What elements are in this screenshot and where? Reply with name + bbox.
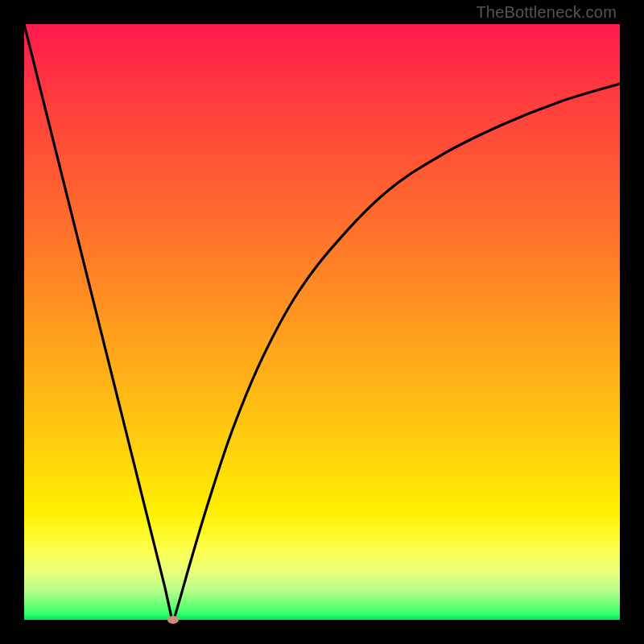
curve-svg bbox=[24, 24, 620, 620]
watermark-text: TheBottleneck.com bbox=[476, 3, 617, 22]
minimum-dot bbox=[167, 616, 179, 624]
chart-frame: TheBottleneck.com bbox=[0, 0, 644, 644]
bottleneck-curve-path bbox=[24, 24, 620, 620]
